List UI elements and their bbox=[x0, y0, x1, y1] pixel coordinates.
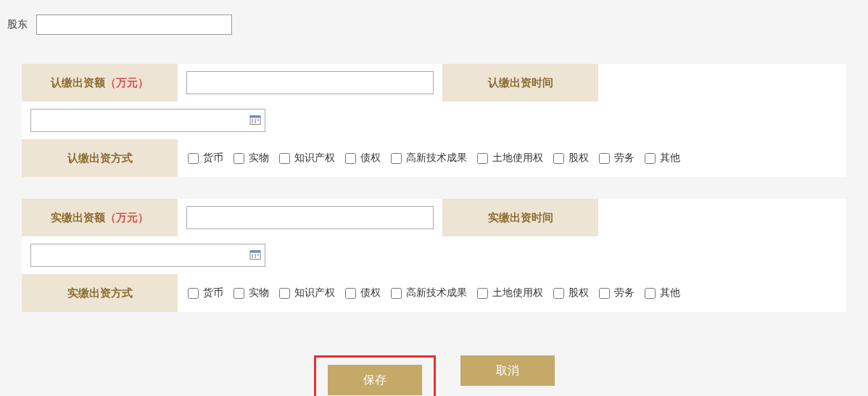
paid-method-label: 实缴出资方式 bbox=[22, 274, 178, 312]
subscribed-method-label: 认缴出资方式 bbox=[22, 139, 178, 177]
paid-amount-label: 实缴出资额 （万元） bbox=[22, 199, 178, 236]
shareholder-input[interactable] bbox=[36, 15, 232, 35]
method-checkbox[interactable] bbox=[391, 153, 402, 164]
subscribed-amount-input[interactable] bbox=[186, 71, 434, 94]
method-checkbox[interactable] bbox=[391, 288, 402, 299]
method-option[interactable]: 劳务 bbox=[599, 152, 635, 165]
action-buttons: 保存 取消 bbox=[7, 355, 861, 396]
method-checkbox[interactable] bbox=[188, 288, 199, 299]
method-option[interactable]: 货币 bbox=[188, 286, 223, 300]
method-checkbox[interactable] bbox=[645, 153, 656, 164]
method-checkbox[interactable] bbox=[233, 153, 244, 164]
subscribed-section: 认缴出资额 （万元） 认缴出资时间 认缴出资方式 货币 实物 知识产权 债权 高… bbox=[22, 64, 846, 177]
method-checkbox[interactable] bbox=[599, 153, 610, 164]
cancel-button[interactable]: 取消 bbox=[460, 355, 555, 386]
paid-time-cell bbox=[22, 236, 274, 274]
shareholder-label: 股东 bbox=[7, 18, 28, 31]
method-checkbox[interactable] bbox=[345, 288, 356, 299]
method-option[interactable]: 货币 bbox=[188, 152, 223, 165]
method-option[interactable]: 股权 bbox=[553, 286, 589, 300]
method-checkbox[interactable] bbox=[345, 153, 356, 164]
paid-time-input[interactable] bbox=[30, 244, 265, 267]
method-option[interactable]: 其他 bbox=[645, 152, 680, 165]
method-option[interactable]: 实物 bbox=[233, 286, 269, 300]
method-checkbox[interactable] bbox=[599, 288, 610, 299]
method-option[interactable]: 高新技术成果 bbox=[391, 286, 467, 300]
subscribed-time-label: 认缴出资时间 bbox=[442, 64, 598, 102]
method-checkbox[interactable] bbox=[188, 153, 199, 164]
method-checkbox[interactable] bbox=[477, 153, 488, 164]
method-checkbox[interactable] bbox=[233, 288, 244, 299]
method-option[interactable]: 知识产权 bbox=[279, 152, 335, 165]
paid-amount-input[interactable] bbox=[186, 206, 434, 229]
subscribed-time-input[interactable] bbox=[30, 109, 265, 132]
method-checkbox[interactable] bbox=[477, 288, 488, 299]
method-option[interactable]: 实物 bbox=[233, 152, 269, 165]
method-option[interactable]: 土地使用权 bbox=[477, 286, 543, 300]
paid-amount-cell bbox=[178, 199, 442, 236]
subscribed-amount-label: 认缴出资额 （万元） bbox=[22, 64, 178, 102]
shareholder-row: 股东 bbox=[7, 15, 861, 35]
method-checkbox[interactable] bbox=[279, 288, 290, 299]
method-option[interactable]: 知识产权 bbox=[279, 286, 335, 300]
method-checkbox[interactable] bbox=[553, 153, 564, 164]
method-option[interactable]: 其他 bbox=[645, 286, 680, 300]
subscribed-method-options: 货币 实物 知识产权 债权 高新技术成果 土地使用权 股权 劳务 其他 bbox=[178, 139, 846, 177]
method-checkbox[interactable] bbox=[279, 153, 290, 164]
save-highlight: 保存 bbox=[314, 355, 436, 396]
method-option[interactable]: 债权 bbox=[345, 152, 381, 165]
paid-section: 实缴出资额 （万元） 实缴出资时间 实缴出资方式 货币 实物 知识产权 债权 高… bbox=[22, 199, 846, 312]
method-option[interactable]: 高新技术成果 bbox=[391, 152, 467, 165]
method-checkbox[interactable] bbox=[645, 288, 656, 299]
method-option[interactable]: 土地使用权 bbox=[477, 152, 543, 165]
paid-method-options: 货币 实物 知识产权 债权 高新技术成果 土地使用权 股权 劳务 其他 bbox=[178, 274, 846, 312]
method-option[interactable]: 劳务 bbox=[599, 286, 635, 300]
subscribed-time-cell bbox=[22, 102, 274, 139]
method-checkbox[interactable] bbox=[553, 288, 564, 299]
method-option[interactable]: 股权 bbox=[553, 152, 589, 165]
paid-time-label: 实缴出资时间 bbox=[442, 199, 598, 236]
save-button[interactable]: 保存 bbox=[328, 365, 422, 395]
method-option[interactable]: 债权 bbox=[345, 286, 381, 300]
subscribed-amount-cell bbox=[178, 64, 442, 102]
